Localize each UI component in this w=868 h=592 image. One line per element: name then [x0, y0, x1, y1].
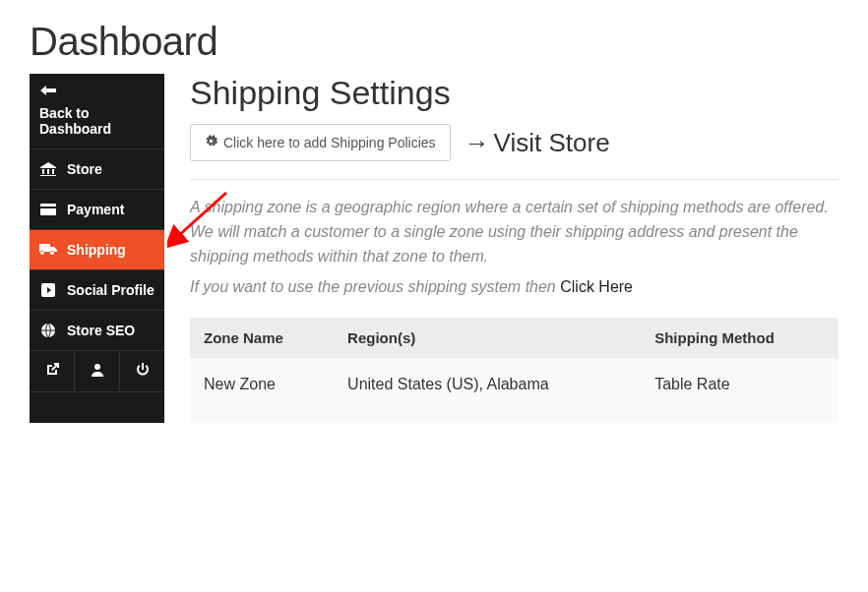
external-link-icon [45, 363, 59, 380]
share-icon [39, 283, 57, 297]
cell-shipping-method: Table Rate [641, 358, 838, 423]
sidebar-bottom-row [30, 351, 164, 392]
cell-regions: United States (US), Alabama [334, 358, 641, 423]
cell-zone-name: New Zone [190, 358, 334, 423]
credit-card-icon [39, 204, 57, 215]
col-zone-name: Zone Name [190, 318, 334, 358]
sidebar-item-label: Social Profile [67, 282, 155, 298]
sidebar-item-label: Payment [67, 202, 124, 217]
external-link-button[interactable] [30, 351, 75, 391]
header-row: Click here to add Shipping Policies → Vi… [190, 124, 838, 180]
visit-store-label: Visit Store [494, 128, 610, 158]
policy-button-label: Click here to add Shipping Policies [223, 135, 436, 150]
col-regions: Region(s) [334, 318, 641, 358]
page-title: Dashboard [0, 0, 868, 74]
sidebar-item-store[interactable]: Store [30, 149, 164, 190]
legacy-prefix: If you want to use the previous shipping… [190, 278, 560, 295]
power-button[interactable] [120, 351, 164, 391]
sidebar-item-seo[interactable]: Store SEO [30, 311, 164, 351]
svg-rect-1 [40, 207, 56, 208]
shipping-settings-title: Shipping Settings [190, 74, 838, 112]
user-button[interactable] [75, 351, 120, 391]
svg-rect-0 [40, 204, 56, 215]
gear-icon [205, 135, 217, 150]
col-shipping-method: Shipping Method [641, 318, 838, 358]
sidebar: Back to Dashboard Store Payment Shipping [30, 74, 164, 423]
main-content: Shipping Settings Click here to add Ship… [164, 74, 868, 423]
sidebar-item-label: Store [67, 161, 102, 177]
arrow-right-icon: → [465, 128, 490, 158]
add-shipping-policies-button[interactable]: Click here to add Shipping Policies [190, 124, 451, 161]
truck-icon [39, 244, 57, 256]
legacy-click-here-link[interactable]: Click Here [560, 278, 633, 295]
sidebar-item-social[interactable]: Social Profile [30, 270, 164, 311]
sidebar-back-label: Back to Dashboard [39, 105, 155, 137]
sidebar-back[interactable]: Back to Dashboard [30, 74, 164, 149]
globe-icon [39, 324, 57, 337]
legacy-system-note: If you want to use the previous shipping… [190, 278, 838, 296]
shipping-zone-description: A shipping zone is a geographic region w… [190, 196, 838, 268]
shipping-zones-table: Zone Name Region(s) Shipping Method New … [190, 318, 838, 423]
power-icon [136, 363, 150, 380]
table-row[interactable]: New Zone United States (US), Alabama Tab… [190, 358, 838, 423]
svg-point-4 [94, 364, 100, 370]
sidebar-item-payment[interactable]: Payment [30, 190, 164, 230]
sidebar-item-label: Store SEO [67, 323, 135, 338]
user-icon [92, 363, 103, 380]
arrow-left-icon [39, 86, 57, 95]
sidebar-item-shipping[interactable]: Shipping [30, 230, 164, 270]
visit-store-link[interactable]: → Visit Store [465, 128, 610, 158]
sidebar-item-label: Shipping [67, 242, 126, 258]
bank-icon [39, 162, 57, 176]
